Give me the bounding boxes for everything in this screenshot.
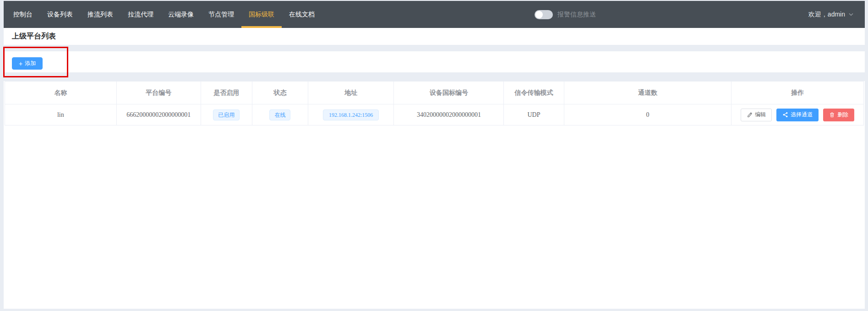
- status-badge: 在线: [269, 109, 290, 120]
- address-badge[interactable]: 192.168.1.242:1506: [323, 109, 379, 120]
- nav-item-device-list[interactable]: 设备列表: [40, 1, 80, 28]
- header-transport-mode: 信令传输模式: [504, 82, 564, 104]
- title-bar: 上级平台列表: [4, 28, 865, 45]
- user-menu[interactable]: 欢迎，admin: [808, 1, 853, 28]
- pencil-icon: [747, 112, 753, 118]
- spacer: [4, 72, 865, 81]
- header-platform-id: 平台编号: [116, 82, 201, 104]
- cell-operations: 编辑: [732, 104, 864, 125]
- select-channel-button[interactable]: 选择通道: [776, 109, 819, 121]
- select-channel-label: 选择通道: [791, 111, 813, 119]
- nav-item-console[interactable]: 控制台: [6, 1, 40, 28]
- header-operations: 操作: [732, 82, 864, 104]
- share-icon: [782, 112, 788, 118]
- header-name: 名称: [5, 82, 117, 104]
- platform-table-card: 名称 平台编号 是否启用 状态 地址 设备国标编号 信令传输模式 通道数 操作 …: [4, 81, 865, 309]
- edit-button[interactable]: 编辑: [741, 109, 772, 121]
- delete-button[interactable]: 删除: [823, 109, 854, 121]
- platform-table: 名称 平台编号 是否启用 状态 地址 设备国标编号 信令传输模式 通道数 操作 …: [5, 81, 864, 125]
- cell-address: 192.168.1.242:1506: [308, 104, 394, 125]
- alarm-push-toggle[interactable]: [535, 10, 553, 19]
- cell-enabled: 已启用: [201, 104, 252, 125]
- header-device-gb-id: 设备国标编号: [394, 82, 504, 104]
- nav-item-online-docs[interactable]: 在线文档: [282, 1, 322, 28]
- plus-icon: +: [19, 60, 22, 67]
- page-container: 控制台 设备列表 推流列表 拉流代理 云端录像 节点管理 国标级联 在线文档 报…: [4, 1, 865, 309]
- toolbar: + 添加: [4, 51, 865, 72]
- add-button-label: 添加: [25, 60, 36, 67]
- nav-item-pull-proxy[interactable]: 拉流代理: [120, 1, 161, 28]
- delete-button-label: 删除: [837, 111, 848, 119]
- add-button[interactable]: + 添加: [12, 57, 43, 70]
- welcome-text: 欢迎，admin: [808, 11, 845, 19]
- cell-device-gb-id: 34020000002000000001: [394, 104, 504, 125]
- header-address: 地址: [308, 82, 394, 104]
- nav-item-cloud-record[interactable]: 云端录像: [161, 1, 201, 28]
- page-title: 上级平台列表: [12, 32, 56, 41]
- header-enabled: 是否启用: [201, 82, 252, 104]
- nav-item-push-list[interactable]: 推流列表: [80, 1, 120, 28]
- spacer: [4, 45, 865, 51]
- toggle-knob: [535, 11, 543, 18]
- table-row: lin 66620000002000000001 已启用 在线 192.168.…: [5, 104, 864, 125]
- top-navbar: 控制台 设备列表 推流列表 拉流代理 云端录像 节点管理 国标级联 在线文档 报…: [4, 1, 865, 28]
- cell-transport-mode: UDP: [504, 104, 564, 125]
- trash-icon: [829, 112, 835, 118]
- alarm-toggle-group: 报警信息推送: [535, 1, 596, 28]
- enabled-badge: 已启用: [213, 109, 240, 120]
- cell-channel-count: 0: [564, 104, 732, 125]
- cell-platform-id: 66620000002000000001: [116, 104, 201, 125]
- cell-name: lin: [5, 104, 117, 125]
- chevron-down-icon: [849, 13, 853, 16]
- cell-status: 在线: [252, 104, 308, 125]
- nav-item-gb-cascade[interactable]: 国标级联: [241, 1, 282, 28]
- header-channel-count: 通道数: [564, 82, 732, 104]
- edit-button-label: 编辑: [755, 111, 766, 119]
- table-header-row: 名称 平台编号 是否启用 状态 地址 设备国标编号 信令传输模式 通道数 操作: [5, 82, 864, 104]
- header-status: 状态: [252, 82, 308, 104]
- alarm-toggle-label: 报警信息推送: [557, 11, 596, 19]
- nav-item-node-manage[interactable]: 节点管理: [201, 1, 241, 28]
